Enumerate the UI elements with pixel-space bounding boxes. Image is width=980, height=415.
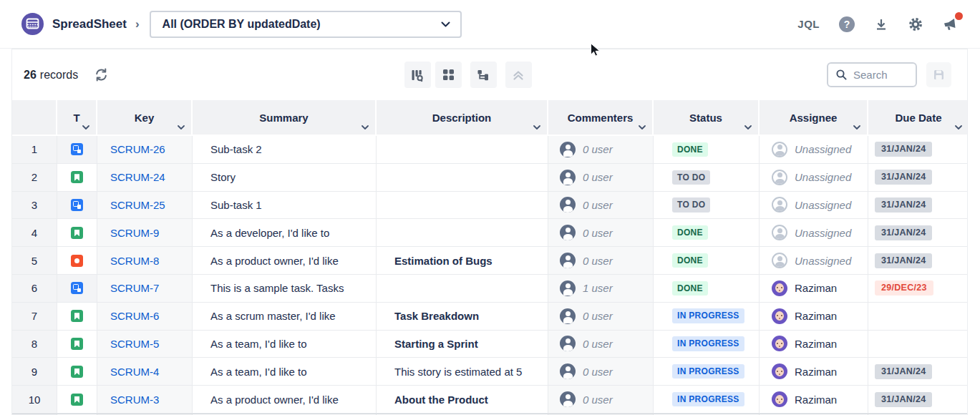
- summary-cell[interactable]: As a product owner, I'd like: [193, 247, 377, 275]
- chevron-down-icon[interactable]: [82, 125, 89, 130]
- due-date-cell[interactable]: [868, 331, 968, 358]
- assignee-cell[interactable]: Raziman: [760, 331, 868, 358]
- search-input[interactable]: [853, 69, 911, 81]
- chevron-down-icon[interactable]: [955, 125, 962, 130]
- refresh-button[interactable]: [94, 67, 109, 82]
- due-date-cell[interactable]: 29/DEC/23: [868, 275, 968, 303]
- status-cell[interactable]: DONE: [654, 247, 760, 275]
- commenters-cell[interactable]: 0 user: [548, 164, 654, 192]
- key-cell[interactable]: SCRUM-8: [97, 247, 193, 275]
- issue-key-link[interactable]: SCRUM-8: [110, 255, 159, 267]
- column-header-description[interactable]: Description: [377, 100, 548, 135]
- chevron-down-icon[interactable]: [744, 125, 752, 130]
- announcements-button[interactable]: [943, 17, 959, 31]
- issue-type-cell[interactable]: [57, 386, 97, 414]
- column-header-status[interactable]: Status: [654, 100, 760, 135]
- commenters-cell[interactable]: 0 user: [548, 358, 654, 386]
- row-number-cell[interactable]: 4: [12, 219, 57, 247]
- key-cell[interactable]: SCRUM-26: [97, 136, 193, 164]
- status-cell[interactable]: TO DO: [654, 164, 760, 192]
- status-cell[interactable]: DONE: [654, 219, 760, 247]
- summary-cell[interactable]: Story: [193, 164, 377, 192]
- issue-key-link[interactable]: SCRUM-3: [110, 394, 159, 406]
- description-cell[interactable]: About the Product: [377, 386, 548, 414]
- chevron-down-icon[interactable]: [362, 125, 369, 130]
- search-box[interactable]: [827, 62, 917, 87]
- chevron-down-icon[interactable]: [178, 125, 185, 130]
- column-header-summary[interactable]: Summary: [193, 100, 377, 135]
- row-number-cell[interactable]: 5: [12, 247, 57, 275]
- description-cell[interactable]: [377, 192, 548, 220]
- assignee-cell[interactable]: Unassigned: [760, 136, 868, 164]
- assignee-cell[interactable]: Raziman: [760, 303, 868, 331]
- filter-dropdown[interactable]: All (ORDER BY updatedDate): [150, 11, 462, 38]
- issue-key-link[interactable]: SCRUM-25: [110, 199, 165, 211]
- issue-type-cell[interactable]: [57, 136, 97, 164]
- column-header-commenters[interactable]: Commenters: [548, 100, 654, 135]
- row-number-cell[interactable]: 3: [12, 192, 57, 220]
- description-cell[interactable]: This story is estimated at 5: [377, 358, 548, 386]
- commenters-cell[interactable]: 0 user: [548, 303, 654, 331]
- summary-cell[interactable]: This is a sample task. Tasks: [193, 275, 377, 303]
- status-cell[interactable]: DONE: [654, 275, 760, 303]
- issue-type-cell[interactable]: [57, 247, 97, 275]
- due-date-cell[interactable]: 31/JAN/24: [868, 136, 968, 164]
- column-header-duedate[interactable]: Due Date: [868, 100, 968, 135]
- commenters-cell[interactable]: 0 user: [548, 247, 654, 275]
- row-number-cell[interactable]: 9: [12, 358, 57, 386]
- assignee-cell[interactable]: Unassigned: [760, 219, 868, 247]
- key-cell[interactable]: SCRUM-24: [97, 164, 193, 192]
- key-cell[interactable]: SCRUM-6: [97, 303, 193, 331]
- status-cell[interactable]: IN PROGRESS: [654, 303, 760, 331]
- key-cell[interactable]: SCRUM-3: [97, 386, 193, 414]
- summary-cell[interactable]: As a product owner, I'd like: [193, 386, 377, 414]
- description-cell[interactable]: Estimation of Bugs: [377, 247, 548, 275]
- key-cell[interactable]: SCRUM-9: [97, 219, 193, 247]
- card-view-button[interactable]: [435, 62, 462, 88]
- key-cell[interactable]: SCRUM-4: [97, 358, 193, 386]
- column-header-type[interactable]: T: [57, 100, 97, 135]
- row-number-cell[interactable]: 6: [12, 275, 57, 303]
- chevron-down-icon[interactable]: [533, 125, 540, 130]
- summary-cell[interactable]: As a team, I'd like to: [193, 358, 377, 386]
- description-cell[interactable]: [377, 136, 548, 164]
- description-cell[interactable]: [377, 164, 548, 192]
- status-cell[interactable]: DONE: [654, 136, 760, 164]
- collapse-all-button[interactable]: [505, 62, 532, 88]
- issue-type-cell[interactable]: [57, 331, 97, 358]
- issue-key-link[interactable]: SCRUM-5: [110, 338, 159, 350]
- due-date-cell[interactable]: 31/JAN/24: [868, 358, 968, 386]
- description-cell[interactable]: [377, 219, 548, 247]
- summary-cell[interactable]: Sub-task 1: [193, 192, 377, 220]
- help-button[interactable]: ?: [839, 16, 855, 32]
- column-settings-button[interactable]: [404, 62, 431, 88]
- due-date-cell[interactable]: 31/JAN/24: [868, 192, 968, 220]
- issue-key-link[interactable]: SCRUM-24: [110, 171, 165, 183]
- column-header-assignee[interactable]: Assignee: [760, 100, 868, 135]
- issue-key-link[interactable]: SCRUM-26: [110, 143, 165, 155]
- status-cell[interactable]: IN PROGRESS: [654, 386, 760, 414]
- issue-type-cell[interactable]: [57, 303, 97, 331]
- assignee-cell[interactable]: Unassigned: [760, 164, 868, 192]
- description-cell[interactable]: Starting a Sprint: [377, 331, 548, 358]
- commenters-cell[interactable]: 0 user: [548, 219, 654, 247]
- due-date-cell[interactable]: 31/JAN/24: [868, 247, 968, 275]
- issue-type-cell[interactable]: [57, 192, 97, 220]
- status-cell[interactable]: TO DO: [654, 192, 760, 220]
- due-date-cell[interactable]: 31/JAN/24: [868, 386, 968, 414]
- commenters-cell[interactable]: 0 user: [548, 386, 654, 414]
- commenters-cell[interactable]: 0 user: [548, 136, 654, 164]
- row-number-cell[interactable]: 1: [12, 136, 57, 164]
- due-date-cell[interactable]: 31/JAN/24: [868, 219, 968, 247]
- tree-view-button[interactable]: [470, 62, 497, 88]
- settings-button[interactable]: [908, 16, 923, 32]
- row-number-cell[interactable]: 8: [12, 331, 57, 358]
- row-number-cell[interactable]: 7: [12, 303, 57, 331]
- issue-key-link[interactable]: SCRUM-9: [110, 227, 159, 239]
- status-cell[interactable]: IN PROGRESS: [654, 331, 760, 358]
- issue-key-link[interactable]: SCRUM-6: [110, 310, 159, 322]
- save-button[interactable]: [926, 62, 951, 87]
- issue-type-cell[interactable]: [57, 219, 97, 247]
- summary-cell[interactable]: Sub-task 2: [193, 136, 377, 164]
- due-date-cell[interactable]: [868, 303, 968, 331]
